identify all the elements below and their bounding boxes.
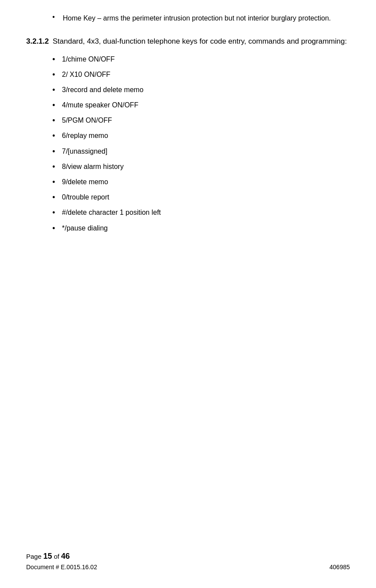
page-footer: Page 15 of 46 Document # E.0015.16.02 40… bbox=[26, 552, 350, 571]
bullet-item-text: 0/trouble report bbox=[62, 192, 109, 203]
list-item: •#/delete character 1 position left bbox=[52, 207, 350, 218]
bullet-dot-icon: • bbox=[52, 115, 62, 126]
list-item: •*/pause dialing bbox=[52, 223, 350, 234]
doc-number: Document # E.0015.16.02 bbox=[26, 564, 97, 571]
list-item: •6/replay memo bbox=[52, 131, 350, 141]
footer-page-info: Page 15 of 46 bbox=[26, 552, 350, 561]
total-pages: 46 bbox=[61, 552, 70, 560]
list-item: •2/ X10 ON/OFF bbox=[52, 69, 350, 80]
bullet-item-text: */pause dialing bbox=[62, 223, 108, 234]
bullet-item-text: #/delete character 1 position left bbox=[62, 207, 161, 218]
doc-id: 406985 bbox=[329, 564, 350, 571]
bullet-item-text: 9/delete memo bbox=[62, 177, 108, 187]
bullet-dot-icon: • bbox=[52, 192, 62, 203]
bullet-item-text: 2/ X10 ON/OFF bbox=[62, 69, 110, 80]
list-item: •5/PGM ON/OFF bbox=[52, 115, 350, 126]
bullet-item-text: 8/view alarm history bbox=[62, 162, 123, 172]
bullet-dot-icon: • bbox=[52, 13, 60, 21]
bullet-dot-icon: • bbox=[52, 85, 62, 96]
intro-bullet-text: Home Key – arms the perimeter intrusion … bbox=[63, 13, 331, 24]
section-description: Standard, 4x3, dual-function telephone k… bbox=[53, 37, 347, 45]
of-label: of bbox=[54, 553, 59, 560]
bullet-dot-icon: • bbox=[52, 223, 62, 234]
footer-doc-info: Document # E.0015.16.02 406985 bbox=[26, 564, 350, 571]
bullet-dot-icon: • bbox=[52, 146, 62, 157]
bullet-dot-icon: • bbox=[52, 54, 62, 65]
list-item: •8/view alarm history bbox=[52, 162, 350, 172]
list-item: •0/trouble report bbox=[52, 192, 350, 203]
list-item: •1/chime ON/OFF bbox=[52, 54, 350, 65]
bullet-dot-icon: • bbox=[52, 131, 62, 141]
bullet-item-text: 6/replay memo bbox=[62, 131, 108, 141]
bullet-item-text: 3/record and delete memo bbox=[62, 85, 144, 95]
bullet-dot-icon: • bbox=[52, 69, 62, 80]
list-item: •9/delete memo bbox=[52, 177, 350, 188]
key-functions-list: •1/chime ON/OFF•2/ X10 ON/OFF•3/record a… bbox=[52, 54, 350, 234]
bullet-dot-icon: • bbox=[52, 100, 62, 111]
bullet-dot-icon: • bbox=[52, 207, 62, 218]
bullet-item-text: 7/[unassigned] bbox=[62, 146, 107, 157]
bullet-item-text: 1/chime ON/OFF bbox=[62, 54, 115, 65]
bullet-dot-icon: • bbox=[52, 162, 62, 172]
intro-bullet-home-key: • Home Key – arms the perimeter intrusio… bbox=[52, 13, 350, 24]
bullet-dot-icon: • bbox=[52, 177, 62, 188]
section-heading: 3.2.1.2 Standard, 4x3, dual-function tel… bbox=[26, 36, 350, 47]
page-label: Page bbox=[26, 553, 41, 560]
list-item: •4/mute speaker ON/OFF bbox=[52, 100, 350, 111]
bullet-item-text: 5/PGM ON/OFF bbox=[62, 115, 112, 126]
bullet-item-text: 4/mute speaker ON/OFF bbox=[62, 100, 138, 110]
page-number: 15 bbox=[43, 552, 52, 560]
list-item: •7/[unassigned] bbox=[52, 146, 350, 157]
list-item: •3/record and delete memo bbox=[52, 85, 350, 96]
section-number: 3.2.1.2 bbox=[26, 37, 49, 45]
